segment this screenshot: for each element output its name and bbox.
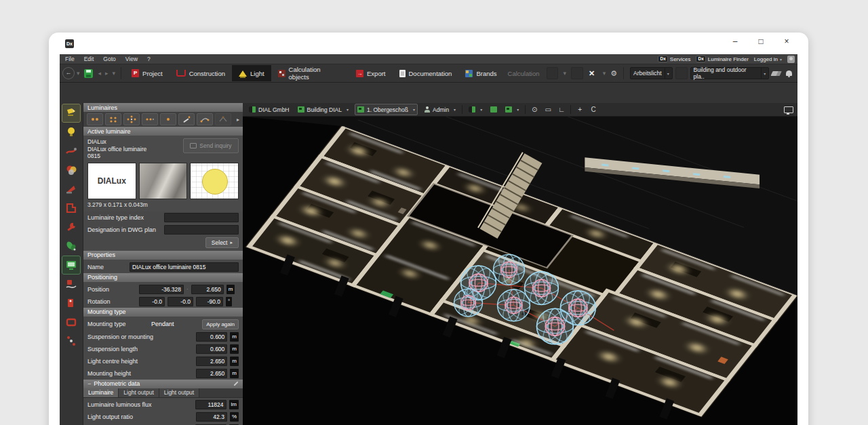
tab-project[interactable]: P Project <box>125 65 170 81</box>
name-input[interactable]: DIALux office luminaire 0815 <box>130 262 239 272</box>
single-luminaire-button[interactable] <box>160 113 176 125</box>
measure-button[interactable]: ▭ <box>543 106 553 113</box>
calculation-options-button[interactable] <box>547 67 559 79</box>
circle-arrangement-button[interactable] <box>123 113 140 125</box>
luminaire-photo-thumbnail[interactable] <box>139 163 188 199</box>
planning-mode-select[interactable]: Building and outdoor pla.. ▾ <box>690 67 770 79</box>
calculation-button[interactable]: Calculation <box>504 70 544 77</box>
mounting-type-value[interactable]: Pendant <box>151 321 199 327</box>
notifications-bell-icon[interactable] <box>786 70 792 76</box>
walls-visibility-button[interactable]: ▾ <box>503 104 521 115</box>
cancel-calculation-button[interactable]: ✕ <box>586 69 598 78</box>
type-index-input[interactable] <box>164 213 239 222</box>
eraser-icon[interactable] <box>771 71 782 76</box>
lamps-tool-icon[interactable] <box>62 123 80 141</box>
add-view-button[interactable]: + <box>575 106 585 113</box>
tab-documentation[interactable]: Documentation <box>393 65 459 81</box>
wrench-tool-icon[interactable] <box>62 218 80 236</box>
tab-light[interactable]: Light <box>232 65 271 81</box>
tab-light-output-2[interactable]: Light output <box>159 388 199 397</box>
tab-construction[interactable]: Construction <box>170 65 232 81</box>
tab-export[interactable]: → Export <box>349 65 392 81</box>
rotation-x-input[interactable]: -0.0 <box>139 297 165 306</box>
frame-tool-icon[interactable] <box>62 313 80 331</box>
dimming-tool-icon[interactable] <box>62 275 80 293</box>
chevron-down-icon: ▾ <box>780 57 782 62</box>
chevron-right-icon[interactable]: ▸ <box>237 117 239 123</box>
start-calculation-button[interactable] <box>571 67 583 79</box>
select-button[interactable]: Select ▸ <box>205 237 239 248</box>
origin-axes-button[interactable]: ∟ <box>557 106 566 113</box>
site-selector[interactable]: DIAL GmbH <box>247 104 292 115</box>
cancel-chevron[interactable]: ▾ <box>601 70 608 77</box>
apply-again-button[interactable]: Apply again <box>202 319 239 329</box>
collapse-icon[interactable]: − <box>87 380 91 387</box>
redo-button[interactable]: ▸ <box>103 70 111 77</box>
arrangement-dots-tool-icon[interactable] <box>62 332 80 350</box>
minimize-button[interactable]: – <box>726 37 745 46</box>
ldc-thumbnail[interactable] <box>190 163 239 199</box>
wand-button[interactable] <box>178 113 195 125</box>
save-button[interactable] <box>81 67 96 79</box>
room-tool-icon[interactable] <box>62 199 80 217</box>
device-tool-icon[interactable] <box>62 294 80 312</box>
storey-visibility-button[interactable] <box>488 104 499 115</box>
calculation-chevron[interactable]: ▾ <box>561 70 568 77</box>
dwg-designation-input[interactable] <box>164 225 239 235</box>
maximize-button[interactable]: □ <box>751 37 770 46</box>
display-scene-tool-icon[interactable] <box>62 256 80 274</box>
3d-viewport-canvas[interactable] <box>243 117 797 425</box>
menu-file[interactable]: File <box>65 56 75 62</box>
edit-pencil-icon[interactable] <box>233 381 238 386</box>
send-inquiry-button[interactable]: Send inquiry <box>183 138 239 153</box>
energy-leaf-tool-icon[interactable] <box>62 237 80 255</box>
field-arrangement-button[interactable] <box>105 113 121 125</box>
tab-brands[interactable]: Brands <box>458 65 503 81</box>
menu-edit[interactable]: Edit <box>84 56 94 62</box>
history-chevron[interactable]: ▾ <box>111 70 118 77</box>
light-beam-tool-icon[interactable] <box>62 180 80 198</box>
luminaire-article: 0815 <box>87 153 183 160</box>
back-history-chevron[interactable]: ▾ <box>75 70 82 77</box>
menu-goto[interactable]: Goto <box>103 56 115 62</box>
line-arrangement-button[interactable] <box>87 113 103 125</box>
close-button[interactable]: × <box>777 37 796 46</box>
undo-button[interactable]: ◂ <box>96 70 103 77</box>
cable-tool-icon[interactable] <box>62 142 80 160</box>
menu-view[interactable]: View <box>125 56 138 62</box>
services-link[interactable]: Dx Services <box>658 56 690 62</box>
tab-luminaire[interactable]: Luminaire <box>83 388 119 397</box>
back-button[interactable]: ← <box>62 67 75 79</box>
view-mode-button[interactable]: ▾ <box>467 104 484 115</box>
position-x-input[interactable]: -36.328 <box>139 285 184 294</box>
building-selector[interactable]: Building DIAL ▾ <box>296 104 351 115</box>
light-centre-height-input[interactable]: 2.650 <box>196 357 227 366</box>
menu-help[interactable]: ? <box>147 56 151 62</box>
scene-extra-button[interactable] <box>675 67 688 79</box>
user-avatar[interactable] <box>787 56 795 63</box>
suspension-length-input[interactable]: 0.600 <box>196 344 227 354</box>
brand-logo-thumbnail[interactable]: DIALux <box>87 163 136 199</box>
mounting-height-input[interactable]: 2.650 <box>196 369 227 378</box>
logged-in-menu[interactable]: Logged in ▾ <box>754 56 782 62</box>
polyline-arrangement-button[interactable] <box>197 113 213 125</box>
menu-bar: File Edit Goto View ? Dx Services Dx Lum… <box>60 54 797 64</box>
position-z-input[interactable]: 2.650 <box>191 285 224 294</box>
polygon-arrangement-button[interactable] <box>215 113 231 125</box>
rotation-y-input[interactable]: -0.0 <box>167 297 193 306</box>
luminaires-tool-icon[interactable] <box>62 104 80 122</box>
floor-selector[interactable]: 1. Obergeschoß ▾ <box>355 104 418 115</box>
luminaire-finder-link[interactable]: Dx Luminaire Finder <box>696 56 748 62</box>
refresh-view-button[interactable]: C <box>589 106 598 113</box>
tab-light-output-1[interactable]: Light output <box>119 388 159 397</box>
settings-gear-icon[interactable]: ⚙ <box>610 69 617 78</box>
row-arrangement-button[interactable] <box>142 113 158 125</box>
light-scene-select[interactable]: Arbeitslicht ▾ <box>630 67 673 79</box>
colour-filter-tool-icon[interactable] <box>62 161 80 179</box>
fullscreen-monitor-icon[interactable] <box>784 106 793 113</box>
focus-view-button[interactable]: ⊙ <box>530 106 539 113</box>
rotation-z-input[interactable]: -90.0 <box>196 297 223 306</box>
user-profile-selector[interactable]: Admin ▾ <box>422 104 458 115</box>
suspension-mounting-input[interactable]: 0.600 <box>196 332 227 342</box>
tab-calculation-objects[interactable]: Calculation objects <box>271 65 349 81</box>
